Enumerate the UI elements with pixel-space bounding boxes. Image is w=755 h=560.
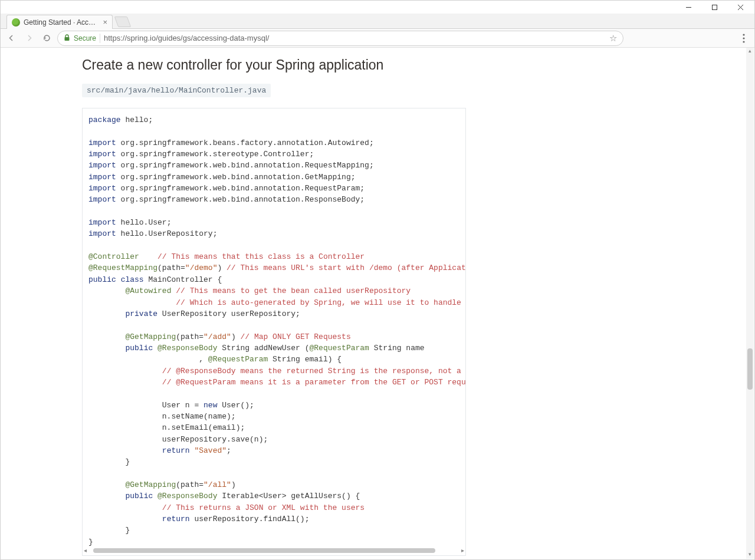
window-maximize-button[interactable]	[701, 1, 727, 14]
code-content: package hello; import org.springframewor…	[83, 108, 465, 556]
browser-menu-button[interactable]	[737, 31, 751, 45]
scroll-right-icon[interactable]: ▸	[461, 547, 464, 554]
scroll-up-icon[interactable]: ▴	[746, 48, 754, 55]
source-filepath: src/main/java/hello/MainController.java	[82, 84, 271, 97]
forward-button[interactable]	[22, 31, 36, 45]
window-titlebar	[1, 1, 754, 14]
lock-icon	[64, 34, 70, 42]
page-viewport: Create a new controller for your Spring …	[1, 48, 746, 559]
svg-rect-1	[712, 5, 717, 9]
tab-close-icon[interactable]: ×	[103, 18, 107, 27]
scroll-thumb[interactable]	[93, 548, 435, 553]
section-heading: Create a new controller for your Spring …	[82, 57, 665, 73]
svg-point-5	[743, 34, 744, 35]
new-tab-button[interactable]	[114, 17, 132, 27]
tab-title: Getting Started · Access…	[24, 18, 97, 27]
browser-toolbar: Secure https://spring.io/guides/gs/acces…	[1, 29, 754, 48]
scroll-left-icon[interactable]: ◂	[84, 547, 87, 554]
reload-button[interactable]	[40, 31, 54, 45]
window-close-button[interactable]	[727, 1, 753, 14]
scroll-down-icon[interactable]: ▾	[746, 551, 754, 559]
address-bar[interactable]: Secure https://spring.io/guides/gs/acces…	[57, 31, 623, 46]
code-horizontal-scrollbar[interactable]: ◂ ▸	[85, 548, 463, 554]
tab-strip: Getting Started · Access… ×	[1, 14, 754, 29]
secure-label: Secure	[74, 34, 96, 42]
svg-point-7	[743, 41, 744, 42]
address-divider	[100, 34, 100, 43]
url-text: https://spring.io/guides/gs/accessing-da…	[104, 34, 606, 42]
bookmark-star-icon[interactable]: ☆	[609, 33, 617, 44]
vertical-scroll-thumb[interactable]	[747, 348, 753, 390]
window-minimize-button[interactable]	[675, 1, 701, 14]
spring-favicon-icon	[12, 18, 20, 27]
back-button[interactable]	[4, 31, 18, 45]
browser-tab[interactable]: Getting Started · Access… ×	[6, 15, 113, 29]
svg-point-6	[743, 37, 744, 39]
code-block: package hello; import org.springframewor…	[82, 108, 466, 556]
page-vertical-scrollbar[interactable]: ▴ ▾	[746, 48, 754, 559]
svg-rect-4	[65, 37, 70, 41]
